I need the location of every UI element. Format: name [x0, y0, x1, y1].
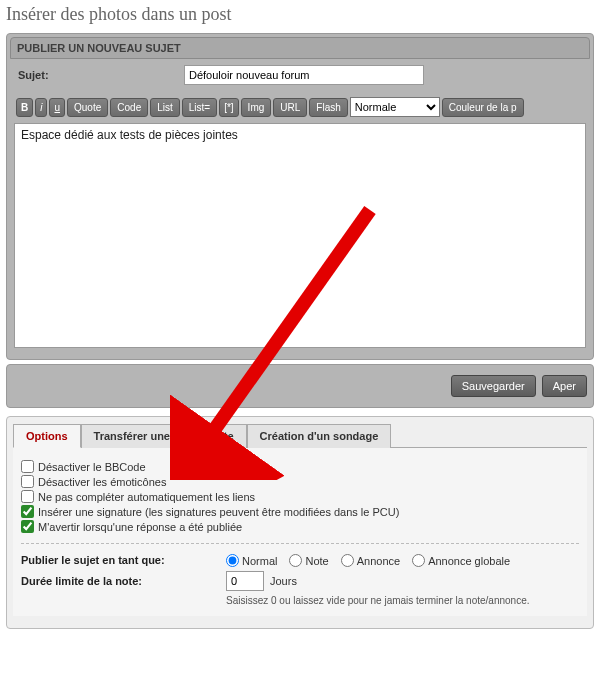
no-autolink-checkbox[interactable]: [21, 490, 34, 503]
duration-label: Durée limite de la note:: [21, 575, 226, 588]
radio-annonce[interactable]: [341, 554, 354, 567]
tabs: Options Transférer une pièce jointe Créa…: [7, 417, 593, 447]
panel-body: Sujet: B i u Quote Code List List= [*] I…: [10, 59, 590, 356]
radio-normal[interactable]: [226, 554, 239, 567]
tab-create-poll[interactable]: Création d'un sondage: [247, 424, 392, 448]
options-panel: Options Transférer une pièce jointe Créa…: [6, 416, 594, 629]
italic-button[interactable]: i: [35, 98, 47, 117]
font-color-button[interactable]: Couleur de la p: [442, 98, 524, 117]
list-button[interactable]: List: [150, 98, 180, 117]
disable-emoticons-label: Désactiver les émoticônes: [38, 476, 166, 488]
message-editor[interactable]: Espace dédié aux tests de pièces jointes: [14, 123, 586, 348]
bold-button[interactable]: B: [16, 98, 33, 117]
disable-emoticons-checkbox[interactable]: [21, 475, 34, 488]
signature-label: Insérer une signature (les signatures pe…: [38, 506, 399, 518]
duration-input[interactable]: [226, 571, 264, 591]
tab-options[interactable]: Options: [13, 424, 81, 448]
panel-header: PUBLIER UN NOUVEAU SUJET: [10, 37, 590, 59]
duration-hint: Saisissez 0 ou laissez vide pour ne jama…: [226, 595, 579, 606]
compose-panel: PUBLIER UN NOUVEAU SUJET Sujet: B i u Qu…: [6, 33, 594, 360]
radio-annonce-globale-label: Annonce globale: [428, 555, 510, 567]
no-autolink-label: Ne pas compléter automatiquement les lie…: [38, 491, 255, 503]
code-button[interactable]: Code: [110, 98, 148, 117]
signature-checkbox[interactable]: [21, 505, 34, 518]
radio-note-label: Note: [305, 555, 328, 567]
save-button[interactable]: Sauvegarder: [451, 375, 536, 397]
bbcode-toolbar: B i u Quote Code List List= [*] Img URL …: [14, 93, 586, 123]
flash-button[interactable]: Flash: [309, 98, 347, 117]
img-button[interactable]: Img: [241, 98, 272, 117]
page-title: Insérer des photos dans un post: [0, 0, 600, 29]
radio-note[interactable]: [289, 554, 302, 567]
list-item-button[interactable]: [*]: [219, 98, 238, 117]
url-button[interactable]: URL: [273, 98, 307, 117]
tab-transfer-attachment[interactable]: Transférer une pièce jointe: [81, 424, 247, 448]
preview-button[interactable]: Aper: [542, 375, 587, 397]
divider: [21, 543, 579, 544]
underline-button[interactable]: u: [49, 98, 65, 117]
notify-checkbox[interactable]: [21, 520, 34, 533]
subject-label: Sujet:: [14, 69, 184, 81]
publish-as-radios: Normal Note Annonce Annonce globale: [226, 554, 510, 567]
disable-bbcode-checkbox[interactable]: [21, 460, 34, 473]
quote-button[interactable]: Quote: [67, 98, 108, 117]
list-ordered-button[interactable]: List=: [182, 98, 217, 117]
radio-annonce-globale[interactable]: [412, 554, 425, 567]
subject-input[interactable]: [184, 65, 424, 85]
notify-label: M'avertir lorsqu'une réponse a été publi…: [38, 521, 242, 533]
disable-bbcode-label: Désactiver le BBCode: [38, 461, 146, 473]
tab-content-options: Désactiver le BBCode Désactiver les émot…: [13, 447, 587, 616]
radio-normal-label: Normal: [242, 555, 277, 567]
duration-unit: Jours: [270, 575, 297, 587]
publish-as-label: Publier le sujet en tant que:: [21, 554, 226, 567]
radio-annonce-label: Annonce: [357, 555, 400, 567]
actions-bar: Sauvegarder Aper: [6, 364, 594, 408]
font-size-select[interactable]: Normale: [350, 97, 440, 117]
